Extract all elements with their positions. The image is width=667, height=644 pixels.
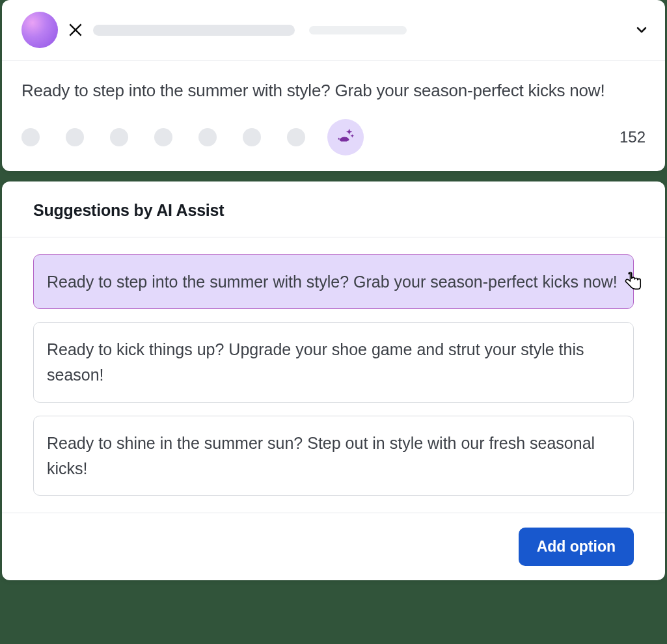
composer-body: Ready to step into the summer with style… [2, 60, 665, 119]
skeleton-account-name [93, 25, 295, 36]
suggestions-footer: Add option [2, 513, 665, 580]
toolbar-placeholder-6[interactable] [243, 128, 261, 146]
suggestion-text: Ready to kick things up? Upgrade your sh… [47, 340, 584, 384]
x-icon [67, 21, 84, 38]
toolbar-placeholder-7[interactable] [287, 128, 305, 146]
composer-card: Ready to step into the summer with style… [2, 0, 665, 171]
skeleton-account-meta [309, 26, 407, 34]
svg-rect-0 [338, 137, 340, 139]
pointer-cursor-icon [621, 269, 645, 293]
composer-toolbar: 152 [2, 119, 665, 171]
composer-header [2, 0, 665, 60]
toolbar-placeholder-1[interactable] [21, 128, 40, 146]
toolbar-placeholder-2[interactable] [66, 128, 84, 146]
suggestions-header: Suggestions by AI Assist [2, 181, 665, 237]
avatar[interactable] [21, 12, 58, 48]
post-text[interactable]: Ready to step into the summer with style… [21, 77, 646, 105]
suggestion-item[interactable]: Ready to step into the summer with style… [33, 254, 634, 310]
ai-assist-button[interactable] [327, 119, 364, 155]
toolbar-placeholder-3[interactable] [110, 128, 128, 146]
character-count: 152 [619, 128, 646, 146]
suggestions-title: Suggestions by AI Assist [33, 201, 634, 220]
suggestions-list: Ready to step into the summer with style… [2, 237, 665, 513]
suggestions-card: Suggestions by AI Assist Ready to step i… [2, 181, 665, 581]
chevron-down-icon[interactable] [634, 22, 649, 38]
toolbar-placeholder-4[interactable] [154, 128, 172, 146]
suggestion-text: Ready to shine in the summer sun? Step o… [47, 434, 595, 477]
ai-assist-icon [336, 126, 355, 148]
add-option-button[interactable]: Add option [519, 528, 634, 566]
suggestion-item[interactable]: Ready to shine in the summer sun? Step o… [33, 416, 634, 496]
suggestion-item[interactable]: Ready to kick things up? Upgrade your sh… [33, 322, 634, 403]
toolbar-placeholder-5[interactable] [198, 128, 217, 146]
suggestion-text: Ready to step into the summer with style… [47, 273, 618, 291]
